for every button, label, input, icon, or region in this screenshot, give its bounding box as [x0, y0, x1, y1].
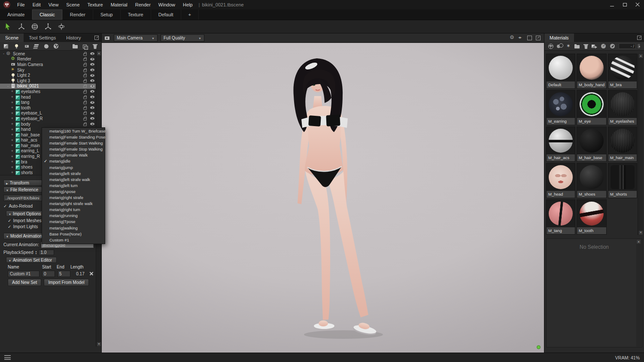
animation-menu-item[interactable]: metarig|left strafe	[42, 171, 105, 177]
animation-menu-item[interactable]: metarig|right turn	[42, 207, 105, 213]
duplicate-icon[interactable]	[82, 43, 88, 49]
visibility-icon[interactable]	[90, 63, 94, 66]
animation-menu-item[interactable]: metarig|right strafe	[42, 195, 105, 201]
lock-icon[interactable]	[83, 80, 87, 83]
animation-menu-item[interactable]: metarig|Female Stop Walking	[42, 146, 105, 152]
lock-icon[interactable]	[83, 118, 87, 121]
visibility-icon[interactable]	[90, 90, 94, 93]
visibility-icon[interactable]	[90, 79, 94, 82]
lock-icon[interactable]	[83, 58, 87, 61]
tree-item-light-2[interactable]: Light 2	[0, 72, 96, 78]
material-default[interactable]: Default	[546, 54, 575, 89]
animation-menu-item[interactable]: metarig|Female Standing Pose	[42, 134, 105, 140]
animation-menu-item[interactable]: metarig|right strafe walk	[42, 201, 105, 207]
playback-speed-stepper[interactable]: ▲▼	[35, 250, 37, 254]
maximize-view-icon[interactable]	[527, 35, 532, 41]
panel-tab-history[interactable]: History	[61, 33, 86, 42]
workspace-tab-render[interactable]: Render	[63, 9, 93, 20]
refresh-material-icon[interactable]	[566, 43, 571, 49]
menu-texture[interactable]: Texture	[84, 0, 107, 9]
expander-icon[interactable]: +	[10, 149, 14, 153]
popout-panel-icon[interactable]	[94, 36, 99, 40]
expander-icon[interactable]: -	[6, 84, 10, 88]
viewport-canvas[interactable]	[102, 43, 544, 353]
apply-material-icon[interactable]	[601, 43, 606, 49]
animation-menu-item[interactable]: metarig|Female Walk	[42, 152, 105, 158]
tree-item-main-camera[interactable]: Main Camera	[0, 62, 96, 67]
animation-menu-item[interactable]: metarig|idle	[42, 158, 105, 164]
menu-help[interactable]: Help	[179, 0, 197, 9]
animation-menu-item[interactable]: metarig|left turn	[42, 183, 105, 189]
camera-select[interactable]: Main Camera	[114, 34, 158, 42]
new-folder-icon[interactable]	[73, 43, 78, 49]
tree-item-eyebase-r[interactable]: +eyebase_R	[0, 116, 96, 121]
animation-menu-item[interactable]: metarig|Apose	[42, 189, 105, 195]
workspace-tab-animate[interactable]: Animate	[0, 9, 32, 20]
lock-icon[interactable]	[83, 69, 87, 72]
add-new-set-button[interactable]: Add New Set	[8, 279, 41, 286]
material-m-tang[interactable]: M_tang	[546, 199, 575, 235]
minimize-button[interactable]	[605, 0, 618, 9]
quality-select[interactable]: Full Quality	[161, 34, 204, 42]
expander-icon[interactable]: +	[10, 127, 14, 132]
menu-window[interactable]: Window	[155, 0, 179, 9]
animation-menu-item[interactable]: metarig|Tpose	[42, 219, 105, 225]
material-m-eye[interactable]: M_eye	[577, 90, 607, 125]
scroll-down-icon[interactable]	[97, 342, 101, 346]
import-options-section-header[interactable]: Import Options	[6, 211, 45, 217]
tree-item-head[interactable]: +head	[0, 94, 96, 100]
workspace-tab-classic[interactable]: Classic	[32, 9, 62, 20]
select-tool[interactable]	[3, 22, 13, 31]
visibility-icon[interactable]	[90, 52, 94, 55]
expander-icon[interactable]: +	[10, 165, 14, 169]
visibility-icon[interactable]	[90, 123, 94, 125]
assign-material-icon[interactable]	[592, 43, 597, 49]
animation-menu-item[interactable]: metarig|running	[42, 213, 105, 219]
viewport-settings-icon[interactable]	[510, 35, 515, 41]
expander-icon[interactable]: +	[10, 138, 14, 142]
import-from-model-button[interactable]: Import From Model	[44, 279, 88, 286]
scroll-down-icon[interactable]	[639, 231, 643, 235]
lock-icon[interactable]	[83, 124, 87, 126]
pivot-tool[interactable]	[57, 22, 66, 31]
animation-menu-item[interactable]: metarig|left strafe walk	[42, 177, 105, 183]
add-light-icon[interactable]	[14, 44, 19, 49]
translate-tool[interactable]	[17, 22, 26, 31]
animation-menu-item[interactable]: metarig|180 Turn W_ Briefcase	[42, 128, 105, 134]
expander-icon[interactable]: +	[10, 122, 14, 126]
animation-menu-item[interactable]: metarig|jump	[42, 165, 105, 171]
material-filter-field[interactable]: - /	[619, 43, 636, 49]
file-path-field[interactable]: ../export/FBX/bikini	[3, 195, 42, 201]
expander-icon[interactable]: +	[10, 116, 14, 121]
delete-material-icon[interactable]	[583, 43, 588, 49]
expander-icon[interactable]: +	[10, 170, 14, 175]
transform-section-header[interactable]: Transform	[3, 180, 42, 186]
workspace-tab-default[interactable]: Default	[151, 9, 181, 20]
detail-scrollbar[interactable]	[636, 239, 641, 347]
hamburger-menu-icon[interactable]	[4, 355, 11, 360]
panel-tab-scene[interactable]: Scene	[0, 33, 24, 42]
maximize-button[interactable]	[618, 0, 631, 9]
tree-item-body[interactable]: +body	[0, 121, 96, 127]
animation-set-editor-header[interactable]: Animation Set Editor	[6, 257, 57, 263]
add-primitive-icon[interactable]	[44, 43, 49, 49]
tree-item-render[interactable]: Render	[0, 57, 96, 62]
duplicate-material-icon[interactable]	[557, 43, 562, 49]
new-material-icon[interactable]	[548, 43, 553, 49]
lock-icon[interactable]	[83, 91, 87, 94]
close-button[interactable]	[631, 0, 644, 9]
animation-menu-item[interactable]: Custom #1	[42, 237, 105, 243]
lock-icon[interactable]	[83, 64, 87, 66]
quick-load-icon[interactable]	[610, 43, 615, 49]
delete-icon[interactable]	[92, 43, 98, 49]
lock-icon[interactable]	[83, 85, 87, 88]
expander-icon[interactable]: +	[10, 160, 14, 164]
tree-item-eyelashes[interactable]: +eyelashes	[0, 89, 96, 94]
material-m-shorts[interactable]: M_shorts	[608, 163, 637, 198]
expander-icon[interactable]: +	[10, 111, 14, 115]
popout-view-icon[interactable]	[535, 35, 541, 41]
visibility-icon[interactable]	[90, 58, 94, 60]
lock-icon[interactable]	[83, 75, 87, 77]
scroll-up-icon[interactable]	[637, 240, 641, 244]
scroll-up-icon[interactable]	[639, 54, 643, 58]
